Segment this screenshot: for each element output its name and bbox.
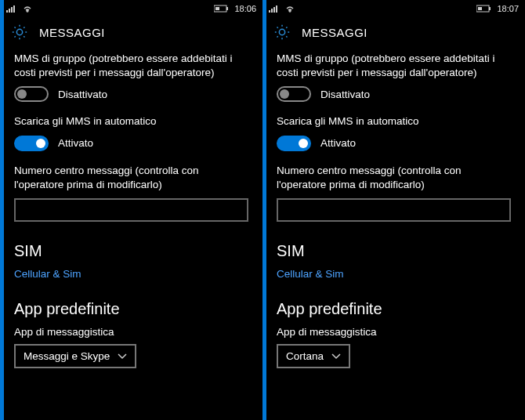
battery-icon	[476, 5, 492, 13]
default-apps-heading: App predefinite	[14, 300, 248, 318]
messaging-app-dropdown[interactable]: Cortana	[277, 344, 350, 368]
gear-icon	[11, 24, 28, 41]
wifi-icon	[284, 5, 295, 13]
settings-content: MMS di gruppo (potrebbero essere addebit…	[262, 49, 525, 420]
svg-rect-2	[215, 7, 219, 10]
sim-heading: SIM	[14, 242, 248, 260]
phone-screen-left: 18:06 MESSAGGI MMS di gruppo (potrebbero…	[0, 0, 262, 420]
svg-rect-5	[478, 7, 482, 10]
page-title: MESSAGGI	[302, 26, 368, 39]
group-mms-label: MMS di gruppo (potrebbero essere addebit…	[14, 52, 248, 80]
cellular-sim-link[interactable]: Cellular & Sim	[14, 268, 248, 280]
sim-heading: SIM	[277, 242, 511, 260]
messaging-app-selected: Messaggi e Skype	[24, 350, 110, 362]
phone-screen-right: 18:07 MESSAGGI MMS di gruppo (potrebbero…	[262, 0, 525, 420]
svg-rect-1	[226, 7, 228, 10]
auto-download-label: Scarica gli MMS in automatico	[14, 114, 248, 129]
status-bar: 18:07	[262, 0, 525, 17]
auto-download-setting: Scarica gli MMS in automatico Attivato	[277, 114, 511, 150]
page-title: MESSAGGI	[39, 26, 105, 39]
battery-icon	[214, 5, 230, 13]
clock: 18:06	[234, 4, 256, 13]
accent-rail	[0, 0, 4, 420]
cellular-signal-icon	[6, 5, 17, 13]
auto-download-toggle[interactable]	[14, 136, 49, 151]
messaging-app-selected: Cortana	[286, 350, 324, 362]
smsc-setting: Numero centro messaggi (controlla con l'…	[14, 164, 248, 222]
messaging-app-label: App di messaggistica	[277, 326, 511, 338]
svg-rect-4	[489, 7, 491, 10]
group-mms-state: Disattivato	[320, 89, 370, 100]
cellular-signal-icon	[269, 5, 280, 13]
messaging-app-label: App di messaggistica	[14, 326, 248, 338]
group-mms-state: Disattivato	[58, 89, 107, 100]
chevron-down-icon	[118, 350, 127, 362]
group-mms-toggle[interactable]	[14, 86, 49, 102]
auto-download-setting: Scarica gli MMS in automatico Attivato	[14, 114, 248, 150]
cellular-sim-link[interactable]: Cellular & Sim	[277, 268, 511, 280]
chevron-down-icon	[331, 350, 341, 362]
auto-download-state: Attivato	[320, 137, 356, 149]
accent-rail	[262, 0, 266, 420]
clock: 18:07	[497, 4, 519, 13]
auto-download-toggle[interactable]	[277, 136, 311, 151]
group-mms-setting: MMS di gruppo (potrebbero essere addebit…	[14, 52, 248, 102]
page-header: MESSAGGI	[0, 17, 262, 49]
smsc-setting: Numero centro messaggi (controlla con l'…	[277, 164, 511, 222]
group-mms-setting: MMS di gruppo (potrebbero essere addebit…	[277, 52, 511, 102]
page-header: MESSAGGI	[262, 17, 525, 49]
smsc-label: Numero centro messaggi (controlla con l'…	[277, 164, 511, 192]
smsc-input[interactable]	[277, 198, 511, 222]
gear-icon	[273, 24, 291, 41]
status-bar: 18:06	[0, 0, 262, 17]
settings-content: MMS di gruppo (potrebbero essere addebit…	[0, 49, 262, 420]
auto-download-state: Attivato	[58, 137, 93, 149]
group-mms-label: MMS di gruppo (potrebbero essere addebit…	[277, 52, 511, 80]
group-mms-toggle[interactable]	[277, 86, 311, 102]
smsc-input[interactable]	[14, 198, 248, 222]
smsc-label: Numero centro messaggi (controlla con l'…	[14, 164, 248, 192]
default-apps-heading: App predefinite	[277, 300, 511, 318]
auto-download-label: Scarica gli MMS in automatico	[277, 114, 511, 129]
wifi-icon	[22, 5, 33, 13]
messaging-app-dropdown[interactable]: Messaggi e Skype	[14, 344, 136, 368]
